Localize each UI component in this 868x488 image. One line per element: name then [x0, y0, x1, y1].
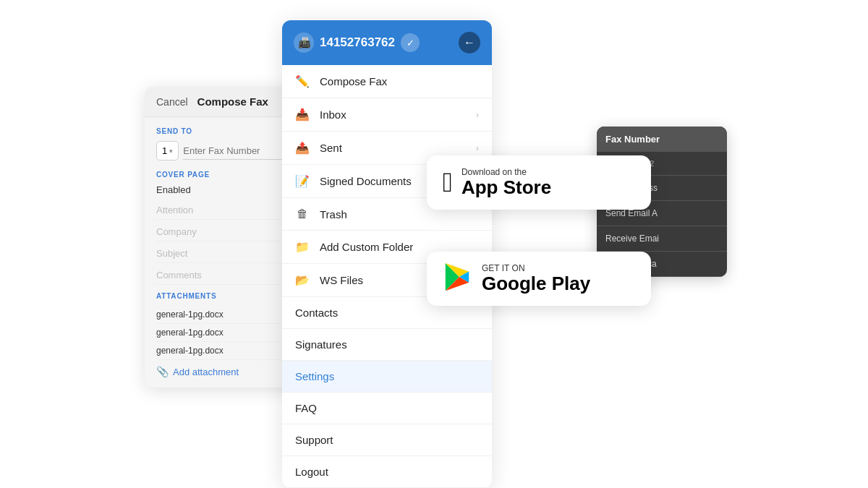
scene: Cancel Compose Fax SEND TO 1 ▾ COVER PAG…	[0, 0, 868, 488]
mobile-header: 📠 14152763762 ✓ ←	[282, 20, 492, 65]
menu-item-logout[interactable]: Logout	[282, 456, 492, 488]
sent-icon: 📤	[295, 141, 310, 155]
compose-title: Compose Fax	[197, 95, 268, 108]
settings-item-receive-email[interactable]: Receive Emai	[597, 226, 727, 252]
google-play-badge[interactable]: GET IT ON Google Play	[427, 252, 651, 306]
google-play-logo-icon	[443, 263, 473, 294]
ws-files-icon: 📂	[295, 273, 310, 287]
google-play-small-text: GET IT ON	[482, 263, 590, 273]
country-code: 1	[162, 145, 167, 156]
app-store-small-text: Download on the	[461, 167, 551, 177]
country-select[interactable]: 1 ▾	[156, 141, 179, 160]
settings-header: Fax Number	[597, 127, 727, 152]
menu-item-compose-fax[interactable]: ✏️ Compose Fax	[282, 65, 492, 98]
inbox-arrow-icon: ›	[476, 110, 479, 120]
fax-number-display: 📠 14152763762 ✓	[294, 33, 420, 53]
trash-icon: 🗑	[295, 207, 310, 221]
signed-documents-icon: 📝	[295, 174, 310, 188]
compose-fax-icon: ✏️	[295, 74, 310, 88]
fax-icon: 📠	[294, 33, 314, 53]
sent-arrow-icon: ›	[476, 143, 479, 153]
app-store-large-text: App Store	[461, 177, 551, 198]
google-play-text: GET IT ON Google Play	[482, 263, 590, 294]
back-button[interactable]: ←	[459, 32, 480, 53]
menu-item-settings[interactable]: Settings	[282, 361, 492, 393]
menu-item-faq[interactable]: FAQ	[282, 393, 492, 424]
add-folder-icon: 📁	[295, 240, 310, 254]
chevron-down-button[interactable]: ✓	[401, 33, 420, 52]
settings-title: Fax Number	[605, 134, 660, 145]
cancel-button[interactable]: Cancel	[156, 96, 188, 108]
paperclip-icon: 📎	[156, 366, 169, 377]
google-play-large-text: Google Play	[482, 273, 590, 294]
fax-number-text: 14152763762	[320, 35, 395, 50]
menu-item-signatures[interactable]: Signatures	[282, 329, 492, 361]
menu-item-support[interactable]: Support	[282, 424, 492, 456]
apple-logo-icon: 	[443, 168, 453, 196]
menu-item-inbox[interactable]: 📥 Inbox ›	[282, 98, 492, 132]
inbox-icon: 📥	[295, 108, 310, 121]
app-store-badge[interactable]:  Download on the App Store	[427, 155, 651, 210]
app-store-text: Download on the App Store	[461, 167, 551, 198]
add-attachment-label: Add attachment	[173, 367, 239, 377]
chevron-down-icon: ▾	[169, 147, 173, 155]
